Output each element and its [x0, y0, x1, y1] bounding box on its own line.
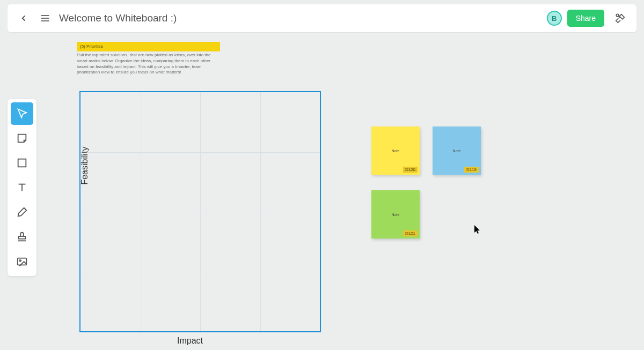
section-header-label: (5) Prioritize	[80, 44, 103, 49]
sticky-note[interactable]: Note D120	[371, 126, 420, 175]
sticky-note[interactable]: Note D119	[433, 126, 481, 175]
tool-marker[interactable]	[11, 201, 33, 224]
share-button[interactable]: Share	[567, 10, 604, 27]
matrix-y-axis-label: Feasibility	[80, 146, 90, 184]
tool-select[interactable]	[11, 102, 33, 125]
section-header[interactable]: (5) Prioritize	[77, 42, 220, 51]
menu-button[interactable]	[34, 8, 56, 29]
app-header: Welcome to Whiteboard :) B Share	[8, 4, 636, 32]
priority-matrix[interactable]	[79, 91, 321, 332]
sticky-note-text: Note	[392, 213, 400, 217]
svg-point-10	[19, 260, 21, 262]
sticky-note-tag: D119	[464, 167, 479, 173]
cursor-icon	[474, 225, 481, 234]
tool-image[interactable]	[11, 250, 33, 273]
avatar-initial: B	[552, 14, 557, 23]
text-icon	[16, 182, 28, 193]
settings-tools-button[interactable]	[610, 8, 631, 29]
tool-text[interactable]	[11, 176, 33, 199]
svg-rect-4	[18, 159, 26, 167]
user-avatar[interactable]: B	[547, 11, 562, 26]
section-instructions: Pull the top rated solutions, that are n…	[77, 53, 222, 76]
square-icon	[16, 157, 28, 169]
whiteboard-canvas[interactable]: (5) Prioritize Pull the top rated soluti…	[0, 0, 644, 350]
sticky-note-icon	[16, 132, 28, 144]
chevron-left-icon	[19, 13, 28, 23]
tool-sticky-note[interactable]	[11, 127, 33, 150]
tool-stamp[interactable]	[11, 226, 33, 248]
image-icon	[16, 256, 28, 267]
sticky-note-text: Note	[453, 149, 461, 153]
tool-palette	[8, 99, 36, 276]
tools-icon	[614, 12, 626, 24]
matrix-x-axis-label: Impact	[177, 336, 203, 346]
sticky-note[interactable]: Note D121	[371, 190, 420, 239]
back-button[interactable]	[13, 8, 34, 29]
stamp-icon	[16, 231, 28, 243]
svg-point-3	[616, 14, 619, 17]
tool-shape[interactable]	[11, 152, 33, 174]
svg-rect-7	[19, 236, 26, 239]
sticky-note-tag: D121	[403, 230, 418, 236]
cursor-icon	[16, 108, 28, 120]
board-title[interactable]: Welcome to Whiteboard :)	[59, 12, 177, 24]
pointer-cursor	[474, 225, 481, 234]
sticky-note-tag: D120	[403, 167, 418, 173]
sticky-note-text: Note	[392, 149, 400, 153]
marker-icon	[16, 206, 28, 218]
hamburger-icon	[40, 13, 50, 24]
